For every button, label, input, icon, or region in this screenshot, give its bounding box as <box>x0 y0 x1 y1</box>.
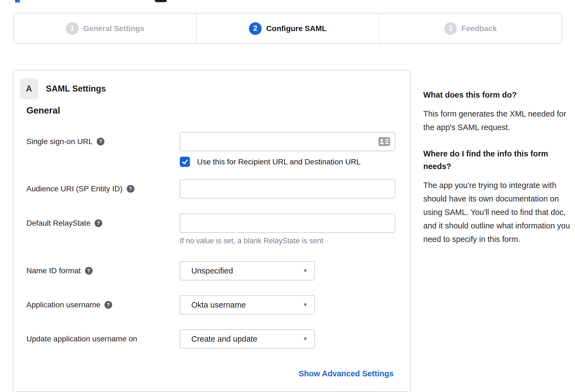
step-label: Configure SAML <box>266 24 327 33</box>
help-icon[interactable]: ? <box>95 219 102 227</box>
help-icon[interactable]: ? <box>85 267 93 275</box>
audience-uri-label-text: Audience URI (SP Entity ID) <box>26 184 123 193</box>
chevron-down-icon: ▼ <box>303 336 308 342</box>
step-feedback[interactable]: 3 Feedback <box>379 13 562 43</box>
name-id-format-label: Name ID format ? <box>26 261 175 280</box>
step-general-settings[interactable]: 1 General Settings <box>14 13 196 43</box>
sso-url-input-wrap <box>180 132 395 151</box>
checkmark-icon <box>181 158 189 165</box>
sidebar-paragraph-what: This form generates the XML needed for t… <box>423 107 573 134</box>
app-username-label-text: Application username <box>26 300 100 309</box>
step-number-badge: 2 <box>249 22 262 35</box>
chevron-down-icon: ▼ <box>303 302 308 308</box>
section-letter-badge: A <box>20 78 38 99</box>
recipient-url-checkbox[interactable] <box>180 157 190 167</box>
update-username-label-text: Update application username on <box>26 335 137 343</box>
app-username-value: Okta username <box>191 300 246 310</box>
name-id-format-select[interactable]: Unspecified ▼ <box>180 261 315 280</box>
update-username-select[interactable]: Create and update ▼ <box>180 329 315 349</box>
step-label: Feedback <box>461 24 497 33</box>
section-title: SAML Settings <box>46 78 106 99</box>
name-id-format-label-text: Name ID format <box>26 266 81 275</box>
relaystate-hint: If no value is set, a blank RelayState i… <box>180 237 323 245</box>
sso-url-label-text: Single sign-on URL <box>26 137 93 146</box>
cutoff-dark-icon-fragment <box>155 0 167 2</box>
relaystate-label-text: Default RelayState <box>26 219 90 228</box>
sidebar-heading-what: What does this form do? <box>423 89 573 101</box>
help-sidebar: What does this form do? This form genera… <box>423 89 573 259</box>
group-title-general: General <box>26 105 60 116</box>
update-username-label: Update application username on <box>26 329 175 349</box>
step-number-badge: 3 <box>444 22 457 35</box>
update-username-value: Create and update <box>191 335 257 344</box>
sidebar-paragraph-where: The app you're trying to integrate with … <box>423 179 573 246</box>
sidebar-heading-where: Where do I find the info this form needs… <box>423 147 573 173</box>
step-number-badge: 1 <box>66 22 79 35</box>
help-icon[interactable]: ? <box>104 301 112 309</box>
app-username-label: Application username ? <box>26 295 175 314</box>
help-icon[interactable]: ? <box>127 185 134 193</box>
sso-url-label: Single sign-on URL ? <box>26 132 175 151</box>
relaystate-label: Default RelayState ? <box>26 214 175 233</box>
name-id-format-value: Unspecified <box>191 266 233 275</box>
help-icon[interactable]: ? <box>97 138 104 145</box>
app-username-select[interactable]: Okta username ▼ <box>180 295 315 314</box>
saml-settings-panel: A SAML Settings General Single sign-on U… <box>13 70 411 392</box>
wizard-stepper: 1 General Settings 2 Configure SAML 3 Fe… <box>13 13 562 44</box>
recipient-url-checkbox-label[interactable]: Use this for Recipient URL and Destinati… <box>197 157 361 167</box>
cutoff-blue-fragment <box>15 0 20 2</box>
show-advanced-settings-link[interactable]: Show Advanced Settings <box>299 369 394 378</box>
relaystate-input[interactable] <box>180 214 395 233</box>
sso-url-input[interactable] <box>180 132 395 151</box>
audience-uri-label: Audience URI (SP Entity ID) ? <box>26 179 175 198</box>
chevron-down-icon: ▼ <box>303 268 308 274</box>
step-configure-saml[interactable]: 2 Configure SAML <box>196 13 379 43</box>
contact-card-icon[interactable] <box>378 137 390 146</box>
step-label: General Settings <box>83 24 145 33</box>
audience-uri-input[interactable] <box>180 179 395 198</box>
